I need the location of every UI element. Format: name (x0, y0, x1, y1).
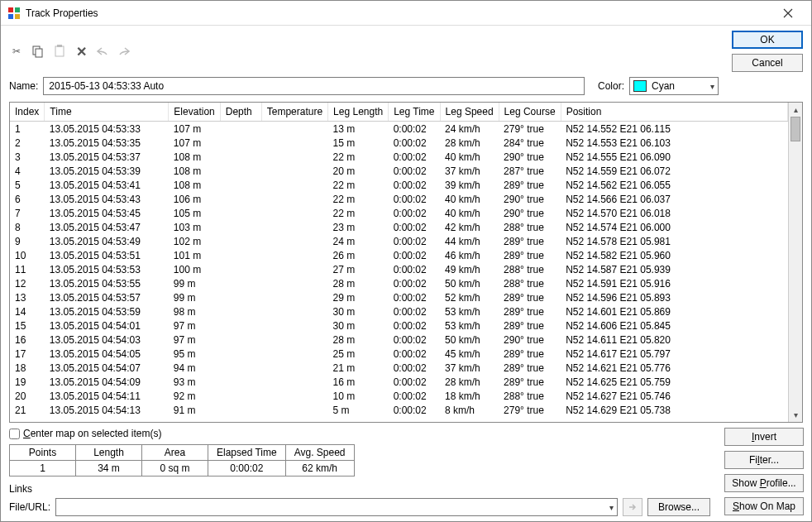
cell-legspeed: 46 km/h (440, 248, 499, 262)
column-header[interactable]: Leg Speed (440, 103, 499, 122)
show-on-map-button[interactable]: Show On Map (724, 497, 804, 515)
cell-pos: N52 14.555 E21 06.090 (561, 150, 787, 164)
vertical-scrollbar[interactable]: ▴ ▾ (788, 103, 802, 422)
cell-index: 4 (10, 164, 45, 178)
cell-leglen: 30 m (328, 318, 389, 333)
table-row[interactable]: 1513.05.2015 04:54:0197 m30 m0:00:0253 k… (10, 318, 788, 333)
column-header[interactable]: Position (561, 103, 787, 122)
table-row[interactable]: 1313.05.2015 04:53:5799 m29 m0:00:0252 k… (10, 290, 788, 304)
cell-depth (220, 136, 261, 150)
table-row[interactable]: 613.05.2015 04:53:43106 m22 m0:00:0240 k… (10, 192, 788, 206)
table-row[interactable]: 1913.05.2015 04:54:0993 m16 m0:00:0228 k… (10, 375, 788, 389)
cell-depth (220, 150, 261, 164)
center-map-label[interactable]: Center map on selected item(s) (23, 428, 161, 439)
cell-elev: 91 m (169, 403, 220, 417)
cell-leglen: 30 m (328, 304, 389, 318)
paste-icon[interactable] (52, 44, 67, 59)
cell-legspeed: 42 km/h (440, 220, 499, 234)
cell-elev: 100 m (169, 262, 220, 276)
table-row[interactable]: 1813.05.2015 04:54:0794 m21 m0:00:0237 k… (10, 361, 788, 375)
undo-icon[interactable] (95, 44, 110, 59)
table-row[interactable]: 1013.05.2015 04:53:51101 m26 m0:00:0246 … (10, 248, 788, 262)
column-header[interactable]: Index (10, 103, 45, 122)
scroll-thumb[interactable] (791, 117, 800, 141)
cancel-button[interactable]: Cancel (732, 54, 803, 72)
cell-depth (220, 347, 261, 361)
name-input[interactable] (43, 77, 585, 95)
cell-legcourse: 289° true (499, 318, 561, 333)
column-header[interactable]: Temperature (261, 103, 327, 122)
stats-header: Avg. Speed (285, 445, 354, 461)
copy-icon[interactable] (31, 44, 45, 59)
cell-legtime: 0:00:02 (389, 333, 440, 347)
table-row[interactable]: 213.05.2015 04:53:35107 m15 m0:00:0228 k… (10, 136, 788, 150)
redo-icon[interactable] (117, 44, 131, 59)
table-row[interactable]: 813.05.2015 04:53:47103 m23 m0:00:0242 k… (10, 220, 788, 234)
cell-legcourse: 289° true (499, 347, 561, 361)
column-header[interactable]: Elevation (169, 103, 220, 122)
column-header[interactable]: Time (45, 103, 169, 122)
scroll-down-icon[interactable]: ▾ (789, 408, 802, 422)
cell-temp (261, 290, 327, 304)
ok-button[interactable]: OK (732, 31, 803, 49)
table-row[interactable]: 413.05.2015 04:53:39108 m20 m0:00:0237 k… (10, 164, 788, 178)
table-row[interactable]: 713.05.2015 04:53:45105 m22 m0:00:0240 k… (10, 206, 788, 220)
close-button[interactable] (771, 2, 805, 25)
cell-leglen: 5 m (328, 403, 389, 417)
table-row[interactable]: 113.05.2015 04:53:33107 m13 m0:00:0224 k… (10, 122, 788, 136)
chevron-down-icon: ▾ (710, 82, 714, 91)
cell-legtime: 0:00:02 (389, 192, 440, 206)
cell-legtime: 0:00:02 (389, 375, 440, 389)
svg-rect-6 (55, 46, 64, 56)
invert-button[interactable]: Invert (724, 428, 804, 446)
column-header[interactable]: Depth (220, 103, 261, 122)
cut-icon[interactable]: ✂ (9, 44, 24, 59)
table-row[interactable]: 513.05.2015 04:53:41108 m22 m0:00:0239 k… (10, 178, 788, 192)
cell-temp (261, 375, 327, 389)
table-row[interactable]: 1413.05.2015 04:53:5998 m30 m0:00:0253 k… (10, 304, 788, 318)
table-row[interactable]: 1213.05.2015 04:53:5599 m28 m0:00:0250 k… (10, 276, 788, 290)
cell-pos: N52 14.617 E21 05.797 (561, 347, 787, 361)
cell-time: 13.05.2015 04:54:07 (45, 361, 169, 375)
center-map-checkbox[interactable] (9, 429, 20, 439)
cell-legcourse: 290° true (499, 150, 561, 164)
column-header[interactable]: Leg Time (389, 103, 440, 122)
browse-button[interactable]: Browse... (647, 498, 710, 516)
delete-icon[interactable]: ✕ (74, 44, 88, 59)
cell-pos: N52 14.552 E21 06.115 (561, 122, 787, 136)
name-label: Name: (9, 80, 38, 92)
color-select[interactable]: Cyan ▾ (629, 77, 719, 95)
cell-index: 5 (10, 178, 45, 192)
file-url-label: File/URL: (9, 501, 50, 513)
table-row[interactable]: 313.05.2015 04:53:37108 m22 m0:00:0240 k… (10, 150, 788, 164)
filter-button[interactable]: Filter... (724, 451, 804, 469)
cell-leglen: 29 m (328, 290, 389, 304)
cell-leglen: 27 m (328, 262, 389, 276)
cell-index: 19 (10, 375, 45, 389)
cell-legtime: 0:00:02 (389, 178, 440, 192)
show-profile-button[interactable]: Show Profile... (724, 474, 804, 492)
stats-value: 62 km/h (285, 461, 354, 477)
cell-elev: 97 m (169, 318, 220, 333)
cell-temp (261, 164, 327, 178)
cell-elev: 95 m (169, 347, 220, 361)
cell-legtime: 0:00:02 (389, 318, 440, 333)
cell-pos: N52 14.582 E21 05.960 (561, 248, 787, 262)
table-row[interactable]: 2113.05.2015 04:54:1391 m5 m0:00:028 km/… (10, 403, 788, 417)
scroll-up-icon[interactable]: ▴ (789, 103, 802, 117)
cell-index: 7 (10, 206, 45, 220)
table-row[interactable]: 2013.05.2015 04:54:1192 m10 m0:00:0218 k… (10, 389, 788, 403)
table-row[interactable]: 1113.05.2015 04:53:53100 m27 m0:00:0249 … (10, 262, 788, 276)
table-row[interactable]: 913.05.2015 04:53:49102 m24 m0:00:0244 k… (10, 234, 788, 248)
cell-time: 13.05.2015 04:53:35 (45, 136, 169, 150)
cell-leglen: 15 m (328, 136, 389, 150)
cell-temp (261, 178, 327, 192)
table-row[interactable]: 1713.05.2015 04:54:0595 m25 m0:00:0245 k… (10, 347, 788, 361)
cell-pos: N52 14.562 E21 06.055 (561, 178, 787, 192)
table-row[interactable]: 1613.05.2015 04:54:0397 m28 m0:00:0250 k… (10, 333, 788, 347)
file-url-combo[interactable]: ▾ (55, 498, 618, 516)
column-header[interactable]: Leg Length (328, 103, 389, 122)
cell-depth (220, 333, 261, 347)
cell-depth (220, 248, 261, 262)
column-header[interactable]: Leg Course (499, 103, 561, 122)
